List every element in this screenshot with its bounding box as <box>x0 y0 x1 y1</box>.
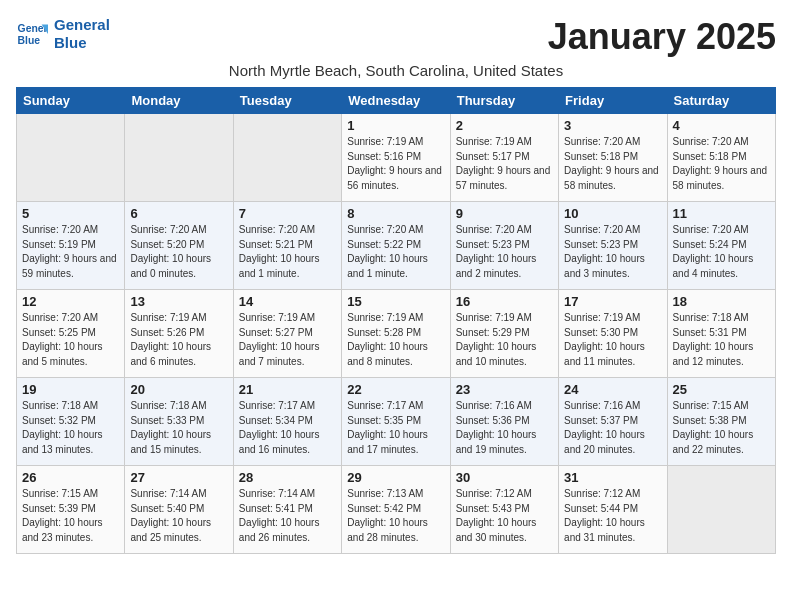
day-number: 28 <box>239 470 336 485</box>
month-title: January 2025 <box>548 16 776 58</box>
calendar-cell <box>125 114 233 202</box>
cell-info: Sunrise: 7:20 AMSunset: 5:24 PMDaylight:… <box>673 223 770 281</box>
cell-info: Sunrise: 7:14 AMSunset: 5:41 PMDaylight:… <box>239 487 336 545</box>
logo-line2: Blue <box>54 34 87 51</box>
cell-info: Sunrise: 7:20 AMSunset: 5:21 PMDaylight:… <box>239 223 336 281</box>
calendar-week-row: 19Sunrise: 7:18 AMSunset: 5:32 PMDayligh… <box>17 378 776 466</box>
calendar-header-row: SundayMondayTuesdayWednesdayThursdayFrid… <box>17 88 776 114</box>
day-number: 24 <box>564 382 661 397</box>
day-number: 8 <box>347 206 444 221</box>
day-number: 25 <box>673 382 770 397</box>
cell-info: Sunrise: 7:19 AMSunset: 5:29 PMDaylight:… <box>456 311 553 369</box>
day-number: 7 <box>239 206 336 221</box>
day-number: 9 <box>456 206 553 221</box>
calendar-cell: 21Sunrise: 7:17 AMSunset: 5:34 PMDayligh… <box>233 378 341 466</box>
cell-info: Sunrise: 7:20 AMSunset: 5:18 PMDaylight:… <box>564 135 661 193</box>
calendar-cell: 28Sunrise: 7:14 AMSunset: 5:41 PMDayligh… <box>233 466 341 554</box>
calendar-cell: 27Sunrise: 7:14 AMSunset: 5:40 PMDayligh… <box>125 466 233 554</box>
calendar-cell: 19Sunrise: 7:18 AMSunset: 5:32 PMDayligh… <box>17 378 125 466</box>
calendar-cell: 9Sunrise: 7:20 AMSunset: 5:23 PMDaylight… <box>450 202 558 290</box>
day-number: 12 <box>22 294 119 309</box>
calendar-cell <box>17 114 125 202</box>
cell-info: Sunrise: 7:20 AMSunset: 5:22 PMDaylight:… <box>347 223 444 281</box>
day-number: 21 <box>239 382 336 397</box>
calendar-cell: 13Sunrise: 7:19 AMSunset: 5:26 PMDayligh… <box>125 290 233 378</box>
calendar-cell: 30Sunrise: 7:12 AMSunset: 5:43 PMDayligh… <box>450 466 558 554</box>
calendar-cell: 25Sunrise: 7:15 AMSunset: 5:38 PMDayligh… <box>667 378 775 466</box>
calendar-week-row: 26Sunrise: 7:15 AMSunset: 5:39 PMDayligh… <box>17 466 776 554</box>
cell-info: Sunrise: 7:15 AMSunset: 5:39 PMDaylight:… <box>22 487 119 545</box>
day-number: 18 <box>673 294 770 309</box>
day-number: 5 <box>22 206 119 221</box>
day-header-saturday: Saturday <box>667 88 775 114</box>
calendar-cell: 7Sunrise: 7:20 AMSunset: 5:21 PMDaylight… <box>233 202 341 290</box>
calendar-table: SundayMondayTuesdayWednesdayThursdayFrid… <box>16 87 776 554</box>
cell-info: Sunrise: 7:19 AMSunset: 5:16 PMDaylight:… <box>347 135 444 193</box>
day-number: 30 <box>456 470 553 485</box>
calendar-cell: 11Sunrise: 7:20 AMSunset: 5:24 PMDayligh… <box>667 202 775 290</box>
cell-info: Sunrise: 7:18 AMSunset: 5:32 PMDaylight:… <box>22 399 119 457</box>
logo-line1: General <box>54 16 110 33</box>
calendar-week-row: 5Sunrise: 7:20 AMSunset: 5:19 PMDaylight… <box>17 202 776 290</box>
day-number: 20 <box>130 382 227 397</box>
day-number: 10 <box>564 206 661 221</box>
calendar-cell: 14Sunrise: 7:19 AMSunset: 5:27 PMDayligh… <box>233 290 341 378</box>
cell-info: Sunrise: 7:19 AMSunset: 5:27 PMDaylight:… <box>239 311 336 369</box>
cell-info: Sunrise: 7:16 AMSunset: 5:36 PMDaylight:… <box>456 399 553 457</box>
day-number: 6 <box>130 206 227 221</box>
cell-info: Sunrise: 7:12 AMSunset: 5:44 PMDaylight:… <box>564 487 661 545</box>
day-number: 31 <box>564 470 661 485</box>
logo: General Blue General Blue <box>16 16 110 52</box>
calendar-cell: 24Sunrise: 7:16 AMSunset: 5:37 PMDayligh… <box>559 378 667 466</box>
subtitle: North Myrtle Beach, South Carolina, Unit… <box>16 62 776 79</box>
calendar-cell: 26Sunrise: 7:15 AMSunset: 5:39 PMDayligh… <box>17 466 125 554</box>
cell-info: Sunrise: 7:19 AMSunset: 5:26 PMDaylight:… <box>130 311 227 369</box>
logo-icon: General Blue <box>16 18 48 50</box>
page-header: General Blue General Blue January 2025 <box>16 16 776 58</box>
calendar-cell: 1Sunrise: 7:19 AMSunset: 5:16 PMDaylight… <box>342 114 450 202</box>
day-header-thursday: Thursday <box>450 88 558 114</box>
calendar-cell: 16Sunrise: 7:19 AMSunset: 5:29 PMDayligh… <box>450 290 558 378</box>
day-number: 16 <box>456 294 553 309</box>
day-number: 11 <box>673 206 770 221</box>
day-number: 27 <box>130 470 227 485</box>
calendar-cell: 3Sunrise: 7:20 AMSunset: 5:18 PMDaylight… <box>559 114 667 202</box>
calendar-cell <box>667 466 775 554</box>
day-header-friday: Friday <box>559 88 667 114</box>
day-number: 13 <box>130 294 227 309</box>
cell-info: Sunrise: 7:19 AMSunset: 5:30 PMDaylight:… <box>564 311 661 369</box>
cell-info: Sunrise: 7:18 AMSunset: 5:31 PMDaylight:… <box>673 311 770 369</box>
calendar-cell: 12Sunrise: 7:20 AMSunset: 5:25 PMDayligh… <box>17 290 125 378</box>
day-number: 22 <box>347 382 444 397</box>
day-number: 23 <box>456 382 553 397</box>
cell-info: Sunrise: 7:12 AMSunset: 5:43 PMDaylight:… <box>456 487 553 545</box>
day-number: 15 <box>347 294 444 309</box>
calendar-cell: 22Sunrise: 7:17 AMSunset: 5:35 PMDayligh… <box>342 378 450 466</box>
cell-info: Sunrise: 7:20 AMSunset: 5:23 PMDaylight:… <box>564 223 661 281</box>
cell-info: Sunrise: 7:20 AMSunset: 5:23 PMDaylight:… <box>456 223 553 281</box>
calendar-week-row: 12Sunrise: 7:20 AMSunset: 5:25 PMDayligh… <box>17 290 776 378</box>
cell-info: Sunrise: 7:20 AMSunset: 5:25 PMDaylight:… <box>22 311 119 369</box>
calendar-cell: 18Sunrise: 7:18 AMSunset: 5:31 PMDayligh… <box>667 290 775 378</box>
cell-info: Sunrise: 7:20 AMSunset: 5:19 PMDaylight:… <box>22 223 119 281</box>
calendar-cell: 29Sunrise: 7:13 AMSunset: 5:42 PMDayligh… <box>342 466 450 554</box>
cell-info: Sunrise: 7:17 AMSunset: 5:34 PMDaylight:… <box>239 399 336 457</box>
cell-info: Sunrise: 7:20 AMSunset: 5:20 PMDaylight:… <box>130 223 227 281</box>
cell-info: Sunrise: 7:18 AMSunset: 5:33 PMDaylight:… <box>130 399 227 457</box>
cell-info: Sunrise: 7:14 AMSunset: 5:40 PMDaylight:… <box>130 487 227 545</box>
calendar-cell: 23Sunrise: 7:16 AMSunset: 5:36 PMDayligh… <box>450 378 558 466</box>
day-number: 1 <box>347 118 444 133</box>
cell-info: Sunrise: 7:19 AMSunset: 5:28 PMDaylight:… <box>347 311 444 369</box>
day-header-tuesday: Tuesday <box>233 88 341 114</box>
day-number: 3 <box>564 118 661 133</box>
svg-text:Blue: Blue <box>18 35 41 46</box>
calendar-cell: 2Sunrise: 7:19 AMSunset: 5:17 PMDaylight… <box>450 114 558 202</box>
cell-info: Sunrise: 7:20 AMSunset: 5:18 PMDaylight:… <box>673 135 770 193</box>
cell-info: Sunrise: 7:15 AMSunset: 5:38 PMDaylight:… <box>673 399 770 457</box>
calendar-cell: 5Sunrise: 7:20 AMSunset: 5:19 PMDaylight… <box>17 202 125 290</box>
calendar-cell: 20Sunrise: 7:18 AMSunset: 5:33 PMDayligh… <box>125 378 233 466</box>
day-number: 29 <box>347 470 444 485</box>
calendar-cell: 15Sunrise: 7:19 AMSunset: 5:28 PMDayligh… <box>342 290 450 378</box>
cell-info: Sunrise: 7:19 AMSunset: 5:17 PMDaylight:… <box>456 135 553 193</box>
calendar-cell: 31Sunrise: 7:12 AMSunset: 5:44 PMDayligh… <box>559 466 667 554</box>
